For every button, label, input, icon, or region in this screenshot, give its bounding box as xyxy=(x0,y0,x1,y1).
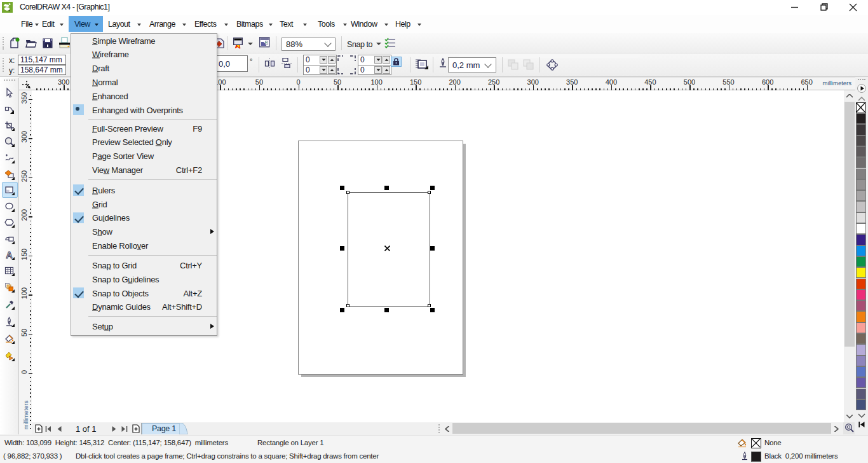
svg-text:A: A xyxy=(6,250,12,260)
